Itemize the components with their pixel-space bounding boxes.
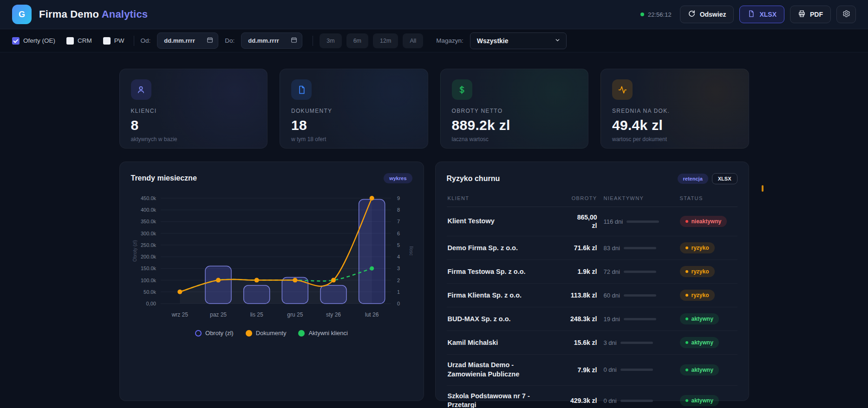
kpi-card-obroty-netto: OBROTY NETTO 889.2k zl laczna wartosc: [440, 69, 589, 149]
app-header: G Firma Demo Analytics 22:56:12 Odswiez …: [0, 0, 868, 29]
client-inactive-days: 60 dni: [604, 292, 662, 299]
magazyn-label: Magazyn:: [436, 37, 463, 44]
filter-checkbox-pw[interactable]: PW: [103, 37, 124, 45]
status-badge: aktywny: [680, 395, 719, 406]
client-name: Klient Testowy: [448, 217, 544, 226]
svg-text:2: 2: [397, 278, 400, 283]
svg-text:250.0k: 250.0k: [140, 242, 156, 248]
trends-chart-card: Trendy miesieczne wykres 0,0050.0k100.0k…: [119, 162, 424, 401]
legend-item-obroty-zl-[interactable]: Obroty (zl): [195, 330, 234, 337]
legend-item-aktywni-klienci[interactable]: Aktywni klienci: [298, 330, 348, 337]
checkbox-label: Oferty (OE): [23, 37, 55, 44]
status-dot: [685, 270, 688, 273]
client-name: Urzad Miasta Demo - Zamowienia Publiczne: [448, 361, 544, 379]
do-label: Do:: [225, 37, 235, 44]
days-text: 0 dni: [604, 366, 617, 373]
user-icon: [131, 79, 151, 100]
checkbox-box[interactable]: [103, 37, 111, 45]
svg-text:gru 25: gru 25: [287, 311, 303, 318]
client-inactive-days: 19 dni: [604, 316, 662, 323]
days-progress-track: [624, 294, 656, 297]
client-name: Firma Testowa Sp. z o.o.: [448, 267, 544, 277]
churn-risk-card: Ryzyko churnu retencja XLSX KLIENTOBROTY…: [435, 162, 749, 401]
status-cell: ryzyko: [680, 266, 737, 277]
table-row: BUD-MAX Sp. z o.o. 248.3k zl 19 dni akty…: [447, 307, 737, 331]
kpi-value: 8: [131, 117, 256, 133]
legend-label: Obroty (zl): [205, 330, 234, 337]
checkbox-box[interactable]: [12, 37, 20, 45]
client-inactive-days: 3 dni: [604, 339, 662, 346]
checkbox-box[interactable]: [66, 37, 74, 45]
svg-text:wrz 25: wrz 25: [171, 311, 188, 318]
chart-legend: Obroty (zl) Dokumenty Aktywni klienci: [131, 330, 412, 337]
legend-marker: [195, 330, 202, 337]
date-from-input[interactable]: dd.mm.rrrr: [157, 32, 218, 49]
client-name: Szkola Podstawowa nr 7 - Przetargi: [448, 392, 544, 408]
status-cell: aktywny: [680, 337, 737, 348]
table-row: Kamil Michalski 15.6k zl 3 dni aktywny: [447, 331, 737, 355]
export-xlsx-button[interactable]: XLSX: [739, 6, 784, 23]
filter-checkbox-oferty-oe-[interactable]: Oferty (OE): [12, 37, 55, 45]
svg-text:Obroty (zl): Obroty (zl): [132, 240, 137, 262]
days-text: 0 dni: [604, 397, 617, 404]
days-progress-track: [624, 247, 656, 249]
status-cell: nieaktywny: [680, 216, 737, 227]
status-dot: [685, 246, 688, 249]
svg-text:9: 9: [397, 195, 400, 201]
divider: [313, 36, 313, 46]
days-progress-track: [627, 220, 659, 223]
magazyn-select[interactable]: Wszystkie: [470, 32, 567, 49]
table-row: Firma Testowa Sp. z o.o. 1.9k zl 72 dni …: [447, 260, 737, 284]
legend-item-dokumenty[interactable]: Dokumenty: [246, 330, 287, 337]
wykres-badge: wykres: [384, 173, 412, 183]
range-chip-12m[interactable]: 12m: [373, 33, 398, 48]
svg-text:4: 4: [397, 254, 400, 259]
svg-text:5: 5: [397, 242, 400, 248]
svg-text:0,00: 0,00: [146, 301, 156, 306]
range-chip-6m[interactable]: 6m: [346, 33, 368, 48]
status-cell: ryzyko: [680, 242, 737, 253]
export-pdf-button[interactable]: PDF: [790, 6, 831, 23]
svg-text:lis 25: lis 25: [250, 311, 263, 318]
kpi-value: 18: [291, 117, 417, 133]
filter-checkbox-crm[interactable]: CRM: [66, 37, 92, 45]
svg-text:lut 26: lut 26: [365, 311, 379, 318]
svg-text:Ilosc: Ilosc: [409, 246, 413, 256]
range-chip-3m[interactable]: 3m: [320, 33, 341, 48]
logo-letter: G: [19, 10, 25, 19]
legend-marker: [298, 330, 305, 337]
document-icon: [291, 79, 312, 100]
table-row: Firma Klienta Sp. z o.o. 113.8k zl 60 dn…: [447, 284, 737, 307]
svg-text:6: 6: [397, 231, 400, 236]
gear-icon: [842, 10, 850, 19]
svg-text:300.0k: 300.0k: [140, 231, 156, 236]
kpi-card-srednia-na-dok-: SREDNIA NA DOK. 49.4k zl wartosc per dok…: [600, 69, 749, 149]
status-dot: [685, 369, 688, 371]
table-xlsx-button[interactable]: XLSX: [712, 173, 737, 184]
status-cell: aktywny: [680, 313, 737, 324]
monthly-trends-chart: 0,0050.0k100.0k150.0k200.0k250.0k300.0k3…: [131, 190, 413, 322]
refresh-button[interactable]: Odswiez: [680, 6, 734, 23]
legend-label: Aktywni klienci: [308, 330, 348, 337]
client-inactive-days: 116 dni: [604, 218, 662, 225]
status-badge: aktywny: [680, 364, 719, 376]
page-title: Firma Demo Analytics: [39, 8, 148, 20]
settings-button[interactable]: [836, 6, 856, 23]
kpi-subtitle: aktywnych w bazie: [131, 136, 256, 142]
table-header-row: KLIENTOBROTYNIEAKTYWNYSTATUS: [447, 191, 737, 207]
range-chip-all[interactable]: All: [403, 33, 423, 48]
column-header-obroty: OBROTY: [551, 195, 597, 201]
kpi-value: 889.2k zl: [452, 117, 577, 133]
kpi-label: DOKUMENTY: [291, 108, 417, 114]
table-row: Urzad Miasta Demo - Zamowienia Publiczne…: [447, 355, 737, 385]
scrollbar-thumb[interactable]: [762, 185, 764, 192]
days-progress-track: [624, 318, 656, 320]
retencja-badge: retencja: [678, 174, 708, 184]
date-to-input[interactable]: dd.mm.rrrr: [241, 32, 302, 49]
svg-text:50.0k: 50.0k: [144, 289, 156, 295]
client-name: Firma Klienta Sp. z o.o.: [448, 291, 544, 300]
dollar-icon: [452, 79, 472, 100]
status-dot: [685, 294, 688, 297]
status-badge: ryzyko: [680, 290, 715, 301]
days-text: 72 dni: [604, 268, 620, 275]
